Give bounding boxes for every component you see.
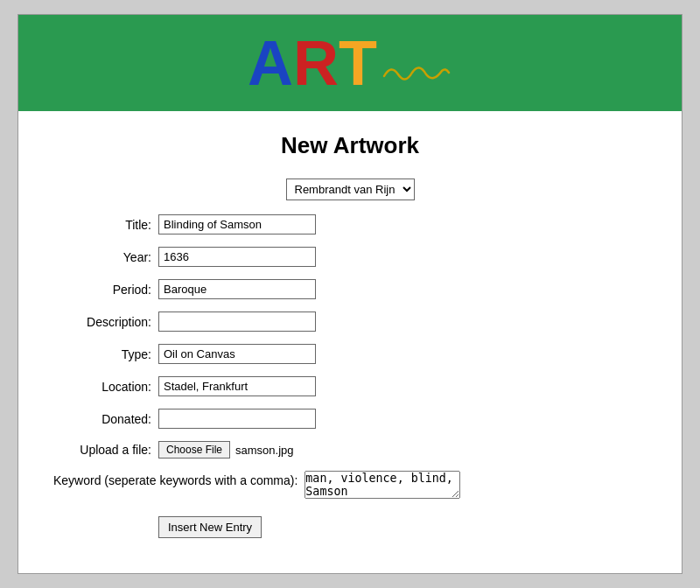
title-row: Title: [53,214,647,234]
title-input[interactable] [158,214,316,234]
choose-file-button[interactable]: Choose File [158,441,230,458]
content-area: New Artwork Rembrandt van Rijn Vermeer R… [18,111,682,573]
description-input[interactable] [158,312,316,332]
submit-row: Insert New Entry [53,516,647,538]
keyword-textarea[interactable]: man, violence, blind, Samson [304,471,460,499]
logo-letter-a: A [248,32,293,94]
page-title: New Artwork [53,132,647,159]
logo-squiggle [382,59,452,88]
year-label: Year: [53,250,158,264]
description-label: Description: [53,315,158,329]
upload-row: Upload a file: Choose File samson.jpg [53,441,647,458]
artist-select[interactable]: Rembrandt van Rijn Vermeer Rubens [286,178,415,200]
description-row: Description: [53,312,647,332]
year-row: Year: [53,247,647,267]
upload-label: Upload a file: [53,443,158,457]
logo-letter-r: R [293,32,339,94]
location-input[interactable] [158,376,316,396]
location-label: Location: [53,380,158,394]
title-label: Title: [53,218,158,232]
location-row: Location: [53,376,647,396]
keyword-label: Keyword (seperate keywords with a comma)… [53,471,304,487]
type-input[interactable] [158,344,316,364]
logo-letter-t: T [339,32,377,94]
artist-row: Rembrandt van Rijn Vermeer Rubens [53,178,647,200]
header-banner: A R T [18,15,682,111]
type-row: Type: [53,344,647,364]
year-input[interactable] [158,247,316,267]
type-label: Type: [53,347,158,361]
period-input[interactable] [158,279,316,299]
keyword-row: Keyword (seperate keywords with a comma)… [53,471,647,499]
art-logo: A R T [248,32,452,95]
file-name: samson.jpg [235,444,293,457]
donated-row: Donated: [53,409,647,429]
donated-label: Donated: [53,412,158,426]
donated-input[interactable] [158,409,316,429]
period-label: Period: [53,283,158,297]
period-row: Period: [53,279,647,299]
page-wrapper: A R T New Artwork Rembrandt van Rijn Ver… [18,14,682,574]
insert-entry-button[interactable]: Insert New Entry [158,516,262,538]
